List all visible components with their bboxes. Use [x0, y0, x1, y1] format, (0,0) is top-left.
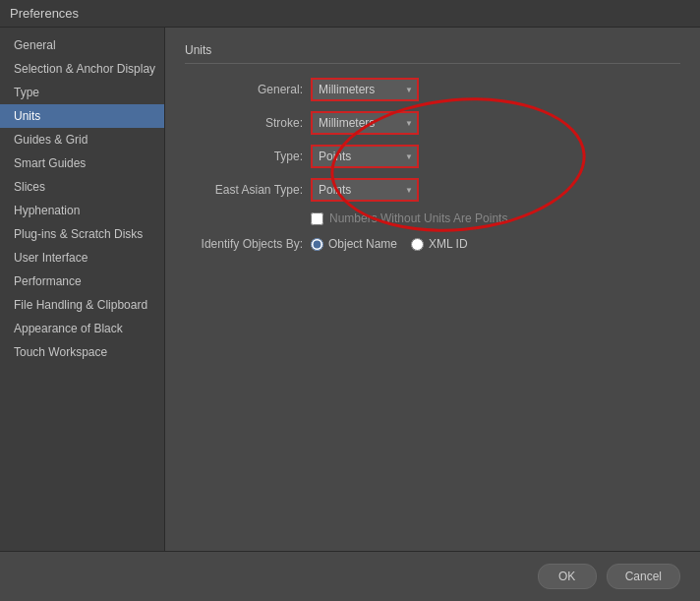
dialog-footer: OK Cancel — [0, 551, 700, 601]
type-select-wrapper: Points Picas Inches Millimeters Centimet… — [311, 145, 419, 168]
radio-xml-id[interactable] — [411, 238, 424, 251]
sidebar-item-touch-workspace[interactable]: Touch Workspace — [0, 340, 164, 364]
radio-option-object-name[interactable]: Object Name — [311, 237, 397, 251]
preferences-dialog: Preferences General Selection & Anchor D… — [0, 0, 700, 601]
east-asian-type-row: East Asian Type: Points Picas Inches Mil… — [185, 178, 680, 202]
sidebar-item-type[interactable]: Type — [0, 81, 164, 104]
sidebar-item-slices[interactable]: Slices — [0, 175, 164, 199]
sidebar-item-appearance-of-black[interactable]: Appearance of Black — [0, 317, 164, 340]
general-label: General: — [185, 83, 303, 96]
radio-object-name[interactable] — [311, 238, 323, 251]
general-select-wrapper: Points Picas Inches Millimeters Centimet… — [311, 78, 419, 101]
type-select[interactable]: Points Picas Inches Millimeters Centimet… — [311, 145, 419, 168]
sidebar-item-performance[interactable]: Performance — [0, 270, 164, 293]
sidebar-item-smart-guides[interactable]: Smart Guides — [0, 151, 164, 175]
cancel-button[interactable]: Cancel — [607, 564, 680, 589]
main-content: Units General: Points Picas Inches Milli… — [165, 28, 700, 551]
numbers-without-units-checkbox[interactable] — [311, 212, 323, 225]
section-title: Units — [185, 43, 680, 64]
east-asian-type-label: East Asian Type: — [185, 183, 303, 197]
stroke-select-wrapper: Points Picas Inches Millimeters Centimet… — [311, 111, 419, 135]
identify-objects-row: Identify Objects By: Object Name XML ID — [185, 237, 680, 251]
general-select[interactable]: Points Picas Inches Millimeters Centimet… — [311, 78, 419, 101]
sidebar-item-units[interactable]: Units — [0, 104, 164, 128]
title-bar: Preferences — [0, 0, 700, 28]
numbers-without-units-row: Numbers Without Units Are Points — [311, 211, 680, 225]
stroke-select[interactable]: Points Picas Inches Millimeters Centimet… — [311, 111, 419, 135]
east-asian-type-select[interactable]: Points Picas Inches Millimeters Centimet… — [311, 178, 419, 202]
identify-objects-options: Object Name XML ID — [311, 237, 468, 251]
identify-objects-label: Identify Objects By: — [185, 237, 303, 251]
sidebar-item-general[interactable]: General — [0, 33, 164, 57]
dialog-title: Preferences — [10, 6, 79, 21]
radio-option-xml-id[interactable]: XML ID — [411, 237, 468, 251]
general-row: General: Points Picas Inches Millimeters… — [185, 78, 680, 101]
sidebar-item-guides-grid[interactable]: Guides & Grid — [0, 128, 164, 151]
type-label: Type: — [185, 150, 303, 163]
numbers-without-units-label: Numbers Without Units Are Points — [329, 211, 507, 225]
east-asian-type-select-wrapper: Points Picas Inches Millimeters Centimet… — [311, 178, 419, 202]
ok-button[interactable]: OK — [538, 564, 597, 589]
sidebar: General Selection & Anchor Display Type … — [0, 28, 165, 551]
sidebar-item-selection-anchor-display[interactable]: Selection & Anchor Display — [0, 57, 164, 81]
stroke-label: Stroke: — [185, 116, 303, 130]
sidebar-item-file-handling-clipboard[interactable]: File Handling & Clipboard — [0, 293, 164, 317]
stroke-row: Stroke: Points Picas Inches Millimeters … — [185, 111, 680, 135]
sidebar-item-plugins-scratch-disks[interactable]: Plug-ins & Scratch Disks — [0, 222, 164, 246]
dialog-body: General Selection & Anchor Display Type … — [0, 28, 700, 551]
sidebar-item-user-interface[interactable]: User Interface — [0, 246, 164, 270]
sidebar-item-hyphenation[interactable]: Hyphenation — [0, 199, 164, 222]
type-row: Type: Points Picas Inches Millimeters Ce… — [185, 145, 680, 168]
